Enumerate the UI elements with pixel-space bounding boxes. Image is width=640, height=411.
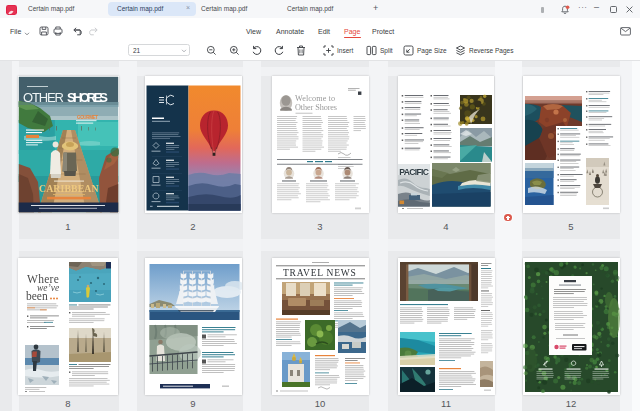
svg-text:TRAVEL NEWS: TRAVEL NEWS: [283, 268, 358, 278]
svg-text:PACIFIC: PACIFIC: [399, 167, 429, 177]
svg-text:Welcome to: Welcome to: [295, 94, 335, 103]
svg-text:Other Shores: Other Shores: [295, 103, 337, 112]
svg-text:OTHER: OTHER: [23, 90, 64, 105]
svg-text:SHORES: SHORES: [67, 90, 108, 105]
svg-text:been: been: [26, 290, 48, 302]
svg-text:CARIBBEAN: CARIBBEAN: [39, 183, 99, 194]
svg-text:GOURMET: GOURMET: [77, 115, 98, 120]
